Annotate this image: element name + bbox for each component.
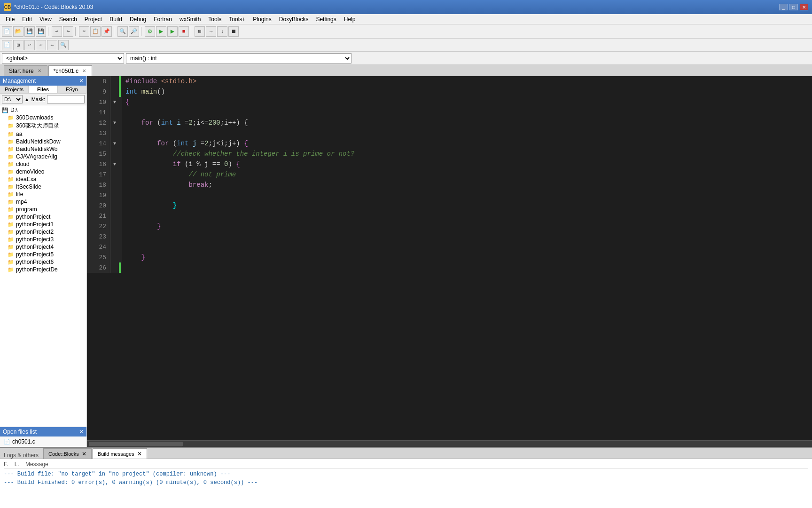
code-scroll[interactable]: 8 #include <stdio.h> 9 int main() 10 ▼ { [87,76,812,440]
tree-item-cjava[interactable]: 📁 CJAVAgradeAlig [0,153,86,160]
restore-button[interactable]: □ [789,4,798,10]
tree-item-baiduw[interactable]: 📁 BaiduNetdiskWo [0,145,86,153]
code-line-14[interactable]: for (int j =2;j<i;j+) { [122,138,812,149]
tree-item-py2[interactable]: 📁 pythonProject2 [0,228,86,236]
menu-wxsmith[interactable]: wxSmith [176,15,204,24]
code-line-8[interactable]: #include <stdio.h> [122,76,812,87]
file-tree[interactable]: 💾 D:\ 📁 360Downloads 📁 360驱动大师目录 📁 aa 📁 [0,105,86,427]
run-button[interactable]: ▶ [156,26,166,37]
tab-ch0501-close[interactable]: ✕ [81,68,87,73]
copy-button[interactable]: 📋 [90,26,101,37]
undo-button[interactable]: ↩ [52,26,62,37]
fold-14[interactable]: ▼ [113,141,116,146]
tab-ch0501[interactable]: *ch0501.c ✕ [48,65,92,76]
tb2-btn-6[interactable]: 🔍 [58,40,69,50]
search-button[interactable]: 🔎 [129,26,139,37]
tb2-btn-2[interactable]: ⊞ [13,40,23,50]
horizontal-scrollbar[interactable] [87,440,812,447]
code-line-24[interactable] [122,242,812,252]
code-line-20[interactable]: } [122,200,812,211]
tb2-btn-3[interactable]: ↩ [24,40,35,50]
new-file-button[interactable]: 📄 [2,26,12,37]
search-replace-button[interactable]: 🔍 [117,26,128,37]
menu-tools[interactable]: Tools [204,15,225,24]
drive-select[interactable]: D:\ [2,95,23,103]
tree-item-mp4[interactable]: 📁 mp4 [0,198,86,206]
close-button[interactable]: ✕ [800,4,808,10]
code-line-13[interactable] [122,128,812,138]
code-line-9[interactable]: int main() [122,87,812,97]
debug-step-button[interactable]: ↓ [217,26,227,37]
stop-button[interactable]: ■ [179,26,189,37]
menu-plugins[interactable]: Plugins [249,15,275,24]
tree-item-baidudl[interactable]: 📁 BaiduNetdiskDow [0,138,86,145]
sidebar-tab-fsyn[interactable]: FSyn [58,86,86,93]
code-line-12[interactable]: for (int i =2;i<=200;i++) { [122,118,812,128]
code-line-15[interactable]: //check whether the integer i is prime o… [122,149,812,159]
tree-item-itsec[interactable]: 📁 ItSecSlide [0,183,86,190]
tree-item-demovideo[interactable]: 📁 demoVideo [0,168,86,175]
h-scroll-track[interactable] [89,442,810,446]
sidebar-close-icon[interactable]: ✕ [79,78,84,84]
redo-button[interactable]: ↪ [63,26,73,37]
cut-button[interactable]: ✂ [79,26,89,37]
code-line-11[interactable] [122,107,812,118]
tree-item-py5[interactable]: 📁 pythonProject5 [0,251,86,258]
up-icon[interactable]: ▲ [24,96,30,102]
tab-start-here[interactable]: Start here ✕ [4,65,47,76]
tree-item-aa[interactable]: 📁 aa [0,130,86,138]
code-line-22[interactable]: } [122,221,812,231]
tree-item-py3[interactable]: 📁 pythonProject3 [0,236,86,243]
menu-project[interactable]: Project [81,15,106,24]
tree-item-life[interactable]: 📁 life [0,190,86,198]
tb2-btn-5[interactable]: ← [47,40,57,50]
code-line-23[interactable] [122,231,812,242]
minimize-button[interactable]: _ [779,4,788,10]
open-files-close-icon[interactable]: ✕ [79,429,84,435]
tb2-btn-4[interactable]: ↩ [36,40,46,50]
tb2-btn-1[interactable]: 📄 [2,40,12,50]
bottom-tab-codeblocks[interactable]: Code::Blocks ✕ [43,448,92,459]
code-line-10[interactable]: { [122,97,812,107]
bottom-tab-build[interactable]: Build messages ✕ [93,448,147,459]
fold-16[interactable]: ▼ [113,162,116,167]
bottom-tab-codeblocks-close[interactable]: ✕ [82,451,86,457]
code-line-26[interactable] [122,262,812,273]
debug-stop-button[interactable]: ⏹ [228,26,239,37]
scope-right-select[interactable]: main() : int [126,53,351,64]
debug-next-button[interactable]: → [206,26,216,37]
bottom-tab-build-close[interactable]: ✕ [137,451,142,457]
code-line-21[interactable] [122,211,812,221]
save-button[interactable]: 💾 [24,26,35,37]
mask-input[interactable] [47,95,85,103]
tree-item-py6[interactable]: 📁 pythonProject6 [0,258,86,266]
tree-item-pyde[interactable]: 📁 pythonProjectDe [0,266,86,273]
tree-item-py[interactable]: 📁 pythonProject [0,213,86,221]
code-line-19[interactable] [122,190,812,200]
tree-item-d[interactable]: 💾 D:\ [0,106,86,114]
fold-12[interactable]: ▼ [113,120,116,126]
menu-edit[interactable]: Edit [18,15,36,24]
menu-search[interactable]: Search [55,15,81,24]
tree-item-cloud[interactable]: 📁 cloud [0,160,86,168]
tree-item-py4[interactable]: 📁 pythonProject4 [0,243,86,251]
tree-item-360driver[interactable]: 📁 360驱动大师目录 [0,121,86,130]
menu-file[interactable]: File [2,15,18,24]
h-scroll-thumb[interactable] [89,442,183,446]
menu-build[interactable]: Build [106,15,126,24]
window-controls[interactable]: _ □ ✕ [779,4,808,10]
code-line-18[interactable]: break; [122,180,812,190]
sidebar-tab-projects[interactable]: Projects [0,86,29,93]
tree-item-py1[interactable]: 📁 pythonProject1 [0,221,86,228]
menu-tools-plus[interactable]: Tools+ [225,15,249,24]
sidebar-tab-files[interactable]: Files [29,86,57,93]
menu-debug[interactable]: Debug [126,15,150,24]
build-button[interactable]: ⚙ [145,26,155,37]
fold-10[interactable]: ▼ [113,100,116,105]
code-line-25[interactable]: } [122,252,812,262]
menu-doxyblocks[interactable]: DoxyBlocks [275,15,312,24]
menu-help[interactable]: Help [340,15,359,24]
code-line-16[interactable]: if (i % j == 0) { [122,159,812,169]
tree-item-360downloads[interactable]: 📁 360Downloads [0,114,86,121]
toolbar-extra-1[interactable]: ⊞ [195,26,205,37]
